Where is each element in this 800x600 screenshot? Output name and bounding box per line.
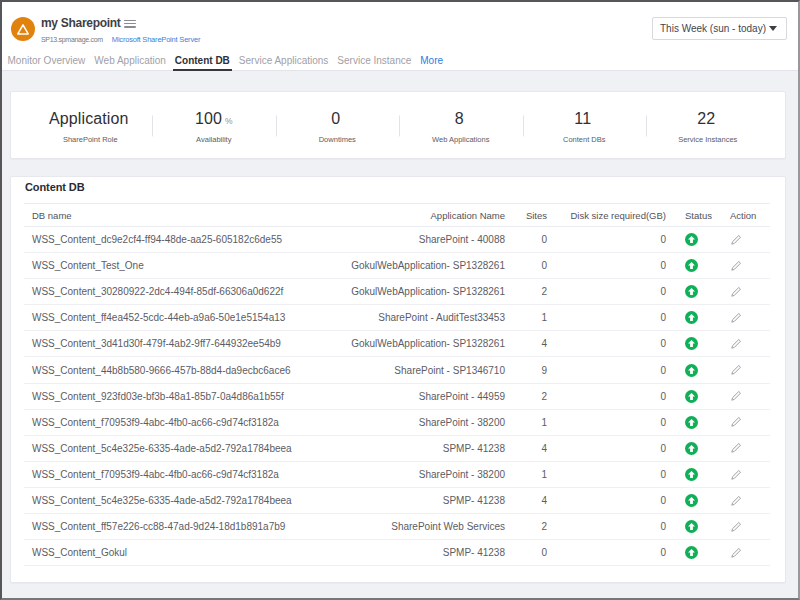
monitor-status-logo <box>11 17 35 41</box>
edit-pencil-icon[interactable] <box>730 286 742 298</box>
host-name: SP13.spmanage.com <box>41 35 103 44</box>
table-title: Content DB <box>11 177 785 203</box>
column-header-sites[interactable]: Sites <box>510 204 552 227</box>
cell-action[interactable] <box>729 514 770 540</box>
cell-action[interactable] <box>729 253 770 279</box>
content-db-table: DB name Application Name Sites Disk size… <box>24 203 770 566</box>
cell-action[interactable] <box>729 305 770 331</box>
tab-monitor-overview[interactable]: Monitor Overview <box>6 55 88 71</box>
edit-pencil-icon[interactable] <box>730 260 742 272</box>
edit-pencil-icon[interactable] <box>730 469 742 481</box>
cell-sites: 4 <box>510 331 552 357</box>
stat-value: 8 <box>455 110 464 127</box>
stat-item: Application SharePoint Role <box>29 110 153 144</box>
cell-status <box>671 305 729 331</box>
column-header-app-name[interactable]: Application Name <box>329 204 510 227</box>
cell-sites: 2 <box>510 383 552 409</box>
time-range-select[interactable]: This Week (sun - today) <box>652 17 787 40</box>
summary-stats-card: Application SharePoint Role 100% Availab… <box>10 91 786 159</box>
edit-pencil-icon[interactable] <box>730 547 742 559</box>
cell-action[interactable] <box>729 227 770 253</box>
cell-app-name: GokulWebApplication- SP1328261 <box>329 331 510 357</box>
cell-status <box>671 514 729 540</box>
cell-action[interactable] <box>729 279 770 305</box>
cell-disk-size: 0 <box>552 357 671 383</box>
edit-pencil-icon[interactable] <box>730 338 742 350</box>
tab-service-applications[interactable]: Service Applications <box>237 55 331 71</box>
status-up-icon <box>685 494 698 507</box>
warning-triangle-icon <box>16 23 30 36</box>
cell-app-name: SPMP- 41238 <box>329 540 510 566</box>
cell-disk-size: 0 <box>552 383 671 409</box>
app-window: my Sharepoint SP13.spmanage.com Microsof… <box>0 0 800 600</box>
cell-action[interactable] <box>729 409 770 435</box>
table-row: WSS_Content_Test_One GokulWebApplication… <box>24 253 770 279</box>
cell-db-name: WSS_Content_923fd03e-bf3b-48a1-85b7-0a4d… <box>24 383 329 409</box>
column-header-db-name[interactable]: DB name <box>24 204 329 227</box>
table-row: WSS_Content_dc9e2cf4-ff94-48de-aa25-6051… <box>24 227 770 253</box>
cell-db-name: WSS_Content_3d41d30f-479f-4ab2-9ff7-6449… <box>24 331 329 357</box>
cell-status <box>671 279 729 305</box>
cell-disk-size: 0 <box>552 305 671 331</box>
monitor-type-link[interactable]: Microsoft SharePoint Server <box>112 35 200 44</box>
cell-db-name: WSS_Content_Test_One <box>24 253 329 279</box>
column-header-disk-size[interactable]: Disk size required(GB) <box>552 204 671 227</box>
cell-action[interactable] <box>729 357 770 383</box>
cell-app-name: GokulWebApplication- SP1328261 <box>329 279 510 305</box>
content-db-card: Content DB DB name Application Name Site… <box>10 176 786 583</box>
status-up-icon <box>685 259 698 272</box>
tab-bar: Monitor OverviewWeb ApplicationContent D… <box>3 55 448 71</box>
column-header-status[interactable]: Status <box>671 204 729 227</box>
edit-pencil-icon[interactable] <box>730 234 742 246</box>
cell-action[interactable] <box>729 487 770 513</box>
stat-label: Availability <box>152 135 276 144</box>
edit-pencil-icon[interactable] <box>730 521 742 533</box>
table-row: WSS_Content_5c4e325e-6335-4ade-a5d2-792a… <box>24 435 770 461</box>
edit-pencil-icon[interactable] <box>730 495 742 507</box>
cell-status <box>671 253 729 279</box>
cell-action[interactable] <box>729 461 770 487</box>
cell-status <box>671 331 729 357</box>
status-up-icon <box>685 364 698 377</box>
cell-sites: 1 <box>510 305 552 331</box>
cell-app-name: SPMP- 41238 <box>329 487 510 513</box>
stat-value: 100 <box>195 110 222 127</box>
tab-web-application[interactable]: Web Application <box>92 55 168 71</box>
edit-pencil-icon[interactable] <box>730 416 742 428</box>
cell-disk-size: 0 <box>552 331 671 357</box>
cell-sites: 1 <box>510 461 552 487</box>
stat-item: 100% Availability <box>152 110 276 144</box>
cell-disk-size: 0 <box>552 461 671 487</box>
cell-app-name: SPMP- 41238 <box>329 435 510 461</box>
stat-label: Web Applications <box>399 135 523 144</box>
table-row: WSS_Content_44b8b580-9666-457b-88d4-da9e… <box>24 357 770 383</box>
edit-pencil-icon[interactable] <box>730 442 742 454</box>
cell-sites: 0 <box>510 253 552 279</box>
status-up-icon <box>685 337 698 350</box>
edit-pencil-icon[interactable] <box>730 390 742 402</box>
cell-sites: 2 <box>510 279 552 305</box>
cell-status <box>671 461 729 487</box>
cell-status <box>671 357 729 383</box>
hamburger-menu-icon[interactable] <box>124 20 136 28</box>
tab-content-db[interactable]: Content DB <box>173 55 232 71</box>
cell-action[interactable] <box>729 435 770 461</box>
table-body: WSS_Content_dc9e2cf4-ff94-48de-aa25-6051… <box>24 227 770 566</box>
cell-status <box>671 540 729 566</box>
edit-pencil-icon[interactable] <box>730 312 742 324</box>
cell-sites: 4 <box>510 435 552 461</box>
stat-label: Service Instances <box>646 135 770 144</box>
table-row: WSS_Content_30280922-2dc4-494f-85df-6630… <box>24 279 770 305</box>
chevron-down-icon <box>769 26 777 31</box>
tab-more[interactable]: More <box>418 55 445 71</box>
cell-action[interactable] <box>729 331 770 357</box>
tab-service-instance[interactable]: Service Instance <box>335 55 413 71</box>
cell-disk-size: 0 <box>552 514 671 540</box>
stat-value-suffix: % <box>225 116 233 126</box>
cell-action[interactable] <box>729 540 770 566</box>
cell-db-name: WSS_Content_5c4e325e-6335-4ade-a5d2-792a… <box>24 435 329 461</box>
edit-pencil-icon[interactable] <box>730 364 742 376</box>
cell-action[interactable] <box>729 383 770 409</box>
stat-label: Content DBs <box>523 135 647 144</box>
cell-disk-size: 0 <box>552 279 671 305</box>
